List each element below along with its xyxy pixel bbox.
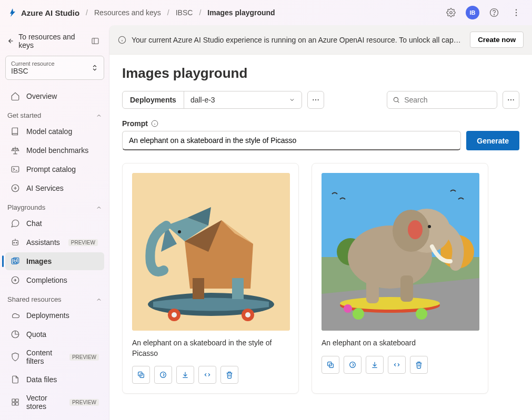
svg-point-2 <box>494 15 494 15</box>
code-button[interactable] <box>198 366 216 384</box>
svg-point-34 <box>245 312 250 317</box>
sidebar-item-vector-stores[interactable]: Vector storesPREVIEW <box>5 390 104 415</box>
collapse-icon[interactable] <box>88 34 102 48</box>
svg-point-25 <box>508 99 509 100</box>
shield-icon <box>11 352 20 362</box>
sidebar: To resources and keys Current resource I… <box>0 25 109 420</box>
svg-rect-42 <box>232 278 244 299</box>
gear-icon[interactable] <box>444 5 458 20</box>
completions-icon <box>11 275 20 285</box>
svg-point-52 <box>340 297 440 310</box>
svg-point-65 <box>350 362 356 367</box>
sidebar-item-model-benchmarks[interactable]: Model benchmarks <box>5 141 104 159</box>
deployment-selector[interactable]: Deployments dall-e-3 <box>122 91 302 109</box>
download-button[interactable] <box>176 366 194 384</box>
svg-point-59 <box>408 220 423 239</box>
svg-point-23 <box>317 99 318 100</box>
sidebar-item-assistants[interactable]: AssistantsPREVIEW <box>5 233 104 251</box>
create-now-button[interactable]: Create now <box>470 32 524 48</box>
breadcrumb-1[interactable]: IBSC <box>176 8 193 17</box>
info-icon <box>118 36 126 44</box>
svg-rect-41 <box>193 278 204 299</box>
delete-button[interactable] <box>410 356 428 374</box>
svg-point-4 <box>516 12 517 13</box>
sidebar-item-images[interactable]: Images <box>5 252 104 270</box>
sidebar-item-prompt-catalog[interactable]: Prompt catalog <box>5 160 104 178</box>
chevron-up-icon <box>96 204 102 211</box>
sidebar-item-completions[interactable]: Completions <box>5 271 104 289</box>
sidebar-item-quota[interactable]: Quota <box>5 325 104 343</box>
svg-point-53 <box>353 308 364 320</box>
ellipsis-icon[interactable] <box>509 5 524 20</box>
section-shared[interactable]: Shared resources <box>5 290 104 305</box>
generate-button[interactable]: Generate <box>466 131 519 150</box>
sidebar-item-content-filters[interactable]: Content filtersPREVIEW <box>5 344 104 370</box>
svg-rect-61 <box>400 275 413 302</box>
sidebar-item-model-catalog[interactable]: Model catalog <box>5 122 104 140</box>
chat-icon <box>11 219 20 228</box>
file-icon <box>11 375 20 384</box>
avatar[interactable]: IB <box>466 6 479 19</box>
azure-logo-icon <box>8 8 17 17</box>
sidebar-item-data-files[interactable]: Data files <box>5 371 104 388</box>
result-caption-1: An elephant on a skateboard <box>322 338 478 349</box>
deployment-more-button[interactable] <box>307 91 324 109</box>
quota-icon <box>11 330 20 339</box>
info-icon <box>151 120 158 127</box>
search-icon <box>393 96 400 104</box>
regenerate-button[interactable] <box>344 356 362 374</box>
banner-text: Your current Azure AI Studio experience … <box>132 36 465 44</box>
chevron-updown-icon <box>91 64 98 71</box>
resource-picker[interactable]: Current resource IBSC <box>5 56 104 80</box>
code-button[interactable] <box>388 356 406 374</box>
assistant-icon <box>11 238 20 247</box>
sidebar-item-overview[interactable]: Overview <box>5 87 104 105</box>
search-field[interactable] <box>387 91 497 109</box>
svg-rect-19 <box>16 403 18 405</box>
vector-icon <box>11 397 20 407</box>
section-getstarted[interactable]: Get started <box>5 106 104 121</box>
svg-rect-16 <box>12 399 15 402</box>
copy-button[interactable] <box>132 366 150 384</box>
sidebar-item-ai-services[interactable]: AI Services <box>5 179 104 197</box>
breadcrumb-0[interactable]: Resources and keys <box>94 8 161 17</box>
section-playgrounds[interactable]: Playgrounds <box>5 198 104 213</box>
svg-point-32 <box>172 312 177 317</box>
help-icon[interactable] <box>487 5 501 20</box>
book-icon <box>11 127 20 136</box>
svg-point-14 <box>15 259 16 260</box>
prompt-input[interactable] <box>122 131 461 150</box>
result-image-1[interactable] <box>322 173 479 331</box>
toolbar-more-button[interactable] <box>503 91 519 109</box>
copy-button[interactable] <box>322 356 339 374</box>
chevron-up-icon <box>96 296 102 303</box>
svg-point-5 <box>516 15 517 16</box>
svg-point-46 <box>160 372 166 378</box>
sidebar-item-chat[interactable]: Chat <box>5 214 104 232</box>
images-icon <box>11 257 20 266</box>
svg-point-62 <box>428 225 431 228</box>
topbar: Azure AI Studio / Resources and keys / I… <box>0 0 532 25</box>
svg-point-3 <box>516 9 517 11</box>
svg-rect-60 <box>366 278 379 303</box>
preview-badge: PREVIEW <box>69 354 99 361</box>
search-input[interactable] <box>404 96 491 104</box>
download-button[interactable] <box>366 356 384 374</box>
regenerate-button[interactable] <box>154 366 172 384</box>
svg-point-43 <box>178 230 181 233</box>
back-link[interactable]: To resources and keys <box>7 33 88 49</box>
breadcrumb-2[interactable]: Images playground <box>207 8 275 17</box>
sidebar-item-deployments[interactable]: Deployments <box>5 306 104 324</box>
result-card-1: An elephant on a skateboard <box>312 163 488 394</box>
svg-rect-9 <box>13 240 18 245</box>
result-image-0[interactable] <box>132 173 290 331</box>
delete-button[interactable] <box>220 366 238 384</box>
svg-rect-18 <box>12 403 15 405</box>
svg-point-11 <box>16 242 17 243</box>
svg-point-21 <box>313 99 314 100</box>
prompt-label: Prompt <box>122 119 519 128</box>
prompt-icon <box>11 165 20 174</box>
svg-rect-7 <box>12 167 19 172</box>
main-panel: Your current Azure AI Studio experience … <box>109 25 532 420</box>
svg-point-26 <box>510 99 511 100</box>
